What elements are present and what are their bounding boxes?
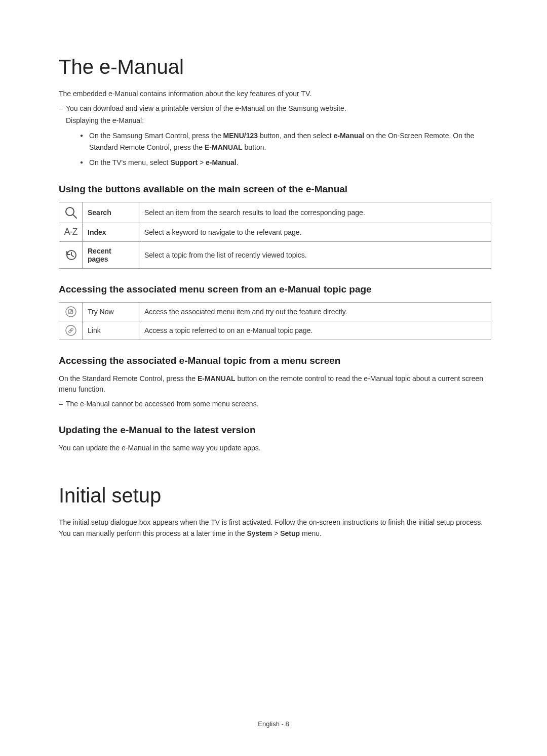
recent-icon bbox=[64, 248, 78, 262]
intro-text: The embedded e-Manual contains informati… bbox=[59, 89, 491, 100]
dash-list-download: You can download and view a printable ve… bbox=[59, 103, 491, 114]
text: > bbox=[272, 529, 280, 537]
desc-cell: Select an item from the search results t… bbox=[139, 202, 491, 223]
text: On the Samsung Smart Control, press the bbox=[89, 132, 223, 140]
heading-access-topic: Accessing the associated e-Manual topic … bbox=[59, 355, 491, 366]
table-main-buttons: Search Select an item from the search re… bbox=[59, 202, 491, 269]
table-row: Try Now Access the associated menu item … bbox=[59, 302, 491, 321]
dash-item: The e-Manual cannot be accessed from som… bbox=[59, 398, 491, 409]
search-icon bbox=[64, 205, 78, 220]
icon-cell: A-Z bbox=[59, 223, 83, 241]
desc-cell: Access the associated menu item and try … bbox=[139, 302, 491, 321]
svg-line-1 bbox=[73, 215, 76, 218]
table-row: Search Select an item from the search re… bbox=[59, 202, 491, 223]
bold-text: MENU/123 bbox=[223, 132, 258, 140]
bold-text: System bbox=[247, 529, 272, 537]
initial-setup-text: The initial setup dialogue box appears w… bbox=[59, 517, 491, 539]
desc-cell: Select a keyword to navigate to the rele… bbox=[139, 223, 491, 241]
bold-text: E-MANUAL bbox=[205, 143, 243, 151]
bold-text: e-Manual bbox=[334, 132, 365, 140]
label-cell: Search bbox=[83, 202, 139, 223]
heading-update: Updating the e-Manual to the latest vers… bbox=[59, 425, 491, 436]
bold-text: Support bbox=[170, 158, 198, 166]
text: button. bbox=[243, 143, 266, 151]
table-topic-buttons: Try Now Access the associated menu item … bbox=[59, 302, 491, 340]
label-cell: Index bbox=[83, 223, 139, 241]
bold-text: E-MANUAL bbox=[198, 374, 236, 383]
bullet-list-display: On the Samsung Smart Control, press the … bbox=[59, 130, 491, 168]
icon-cell bbox=[59, 241, 83, 268]
heading-buttons: Using the buttons available on the main … bbox=[59, 184, 491, 195]
label-cell: Try Now bbox=[83, 302, 139, 321]
access-topic-text: On the Standard Remote Control, press th… bbox=[59, 373, 491, 395]
trynow-icon bbox=[65, 306, 77, 318]
link-icon bbox=[65, 324, 77, 337]
text: On the Standard Remote Control, press th… bbox=[59, 374, 198, 383]
heading-initial-setup: Initial setup bbox=[59, 484, 491, 507]
table-row: A-Z Index Select a keyword to navigate t… bbox=[59, 223, 491, 241]
page-footer: English - 8 bbox=[0, 720, 547, 728]
icon-cell bbox=[59, 302, 83, 321]
bullet-item: On the Samsung Smart Control, press the … bbox=[80, 130, 491, 153]
dash-item: You can download and view a printable ve… bbox=[59, 103, 491, 114]
index-icon: A-Z bbox=[64, 227, 77, 237]
icon-cell bbox=[59, 321, 83, 340]
update-text: You can update the e-Manual in the same … bbox=[59, 443, 491, 454]
desc-cell: Select a topic from the list of recently… bbox=[139, 241, 491, 268]
label-cell: Link bbox=[83, 321, 139, 340]
label-cell: Recent pages bbox=[83, 241, 139, 268]
heading-emanual: The e-Manual bbox=[59, 56, 491, 78]
text: . bbox=[237, 158, 239, 166]
page-content: The e-Manual The embedded e-Manual conta… bbox=[0, 0, 547, 539]
desc-cell: Access a topic referred to on an e-Manua… bbox=[139, 321, 491, 340]
text: button, and then select bbox=[258, 132, 333, 140]
bold-text: Setup bbox=[280, 529, 300, 537]
table-row: Recent pages Select a topic from the lis… bbox=[59, 241, 491, 268]
bold-text: e-Manual bbox=[206, 158, 237, 166]
icon-cell bbox=[59, 202, 83, 223]
bullet-item: On the TV's menu, select Support > e-Man… bbox=[80, 157, 491, 168]
table-row: Link Access a topic referred to on an e-… bbox=[59, 321, 491, 340]
displaying-label: Displaying the e-Manual: bbox=[59, 115, 491, 126]
text: On the TV's menu, select bbox=[89, 158, 170, 166]
text: menu. bbox=[300, 529, 322, 537]
text: > bbox=[198, 158, 206, 166]
heading-access-menu: Accessing the associated menu screen fro… bbox=[59, 284, 491, 295]
dash-list-cannot: The e-Manual cannot be accessed from som… bbox=[59, 398, 491, 409]
